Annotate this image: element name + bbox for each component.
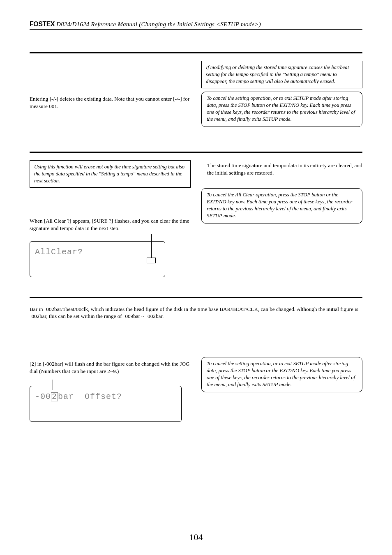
page-number: 104 [0, 532, 392, 543]
lcd-text: -002bar Offset? [35, 392, 122, 401]
pointer-arrow [147, 234, 156, 263]
cancel-note-box: To cancel the setting operation, or to e… [201, 357, 362, 392]
note-box: If modifying or deleting the stored time… [201, 61, 362, 88]
lcd-display-offset: -002bar Offset? [30, 386, 182, 422]
page-header: FOSTEX D824/D1624 Reference Manual (Chan… [30, 21, 362, 28]
cancel-note-box: To cancel the setting operation, or to e… [201, 92, 362, 127]
section-rule [30, 297, 362, 298]
lcd-flashing-digit: 2 [51, 392, 58, 401]
body-text: When [All Clear ?] appears, [SURE ?] fla… [30, 217, 191, 232]
body-text: Entering [-/-] deletes the existing data… [30, 95, 191, 110]
warning-box: Using this function will erase not only … [30, 160, 191, 188]
pointer-arrow [53, 380, 53, 390]
section-all-clear: Using this function will erase not only … [30, 152, 362, 277]
lcd-suffix: bar Offset? [58, 392, 122, 401]
header-rule [30, 29, 362, 30]
section-delete-data: Entering [-/-] deletes the existing data… [30, 52, 362, 127]
lcd-prefix: -00 [35, 392, 51, 401]
section-rule [30, 52, 362, 53]
lcd-display-allclear: AllClear? [30, 241, 165, 277]
body-text: The stored time signature and tempo data… [207, 162, 362, 177]
header-title: D824/D1624 Reference Manual (Changing th… [55, 21, 261, 28]
lcd-text: AllClear? [35, 247, 83, 257]
cancel-note-box: To cancel the All Clear operation, press… [201, 188, 362, 223]
brand-logo: FOSTEX [30, 21, 55, 28]
body-text: [2] in [-002bar] will flash and the bar … [30, 360, 191, 375]
intro-text: Bar in -002bar/1beat/00clk, which indica… [30, 306, 362, 320]
section-rule [30, 152, 362, 153]
section-bar-offset: Bar in -002bar/1beat/00clk, which indica… [30, 297, 362, 422]
